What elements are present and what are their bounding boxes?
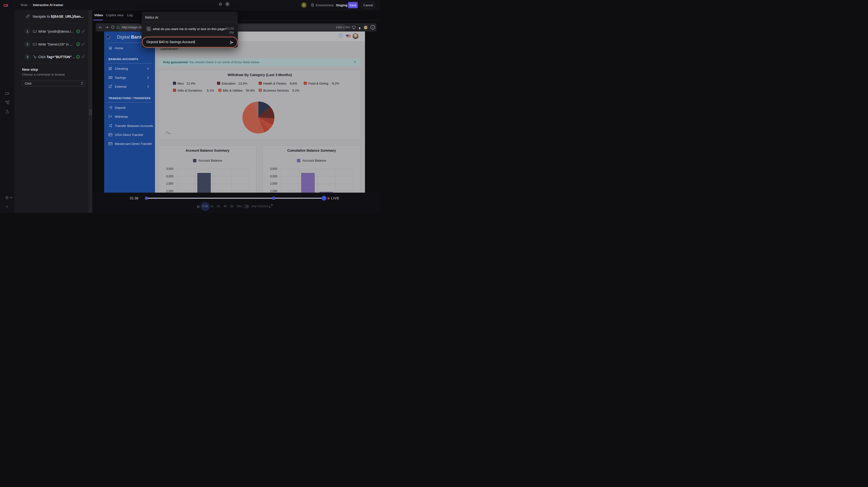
- progress-marker[interactable]: [272, 197, 275, 200]
- tab-log[interactable]: Log: [127, 13, 133, 17]
- settings-gear-icon[interactable]: ⚙: [5, 195, 9, 201]
- step-text: Write "Demo123!" in ...: [38, 42, 72, 46]
- playback-time: 01:38: [130, 196, 138, 200]
- monitor-icon[interactable]: [352, 25, 356, 29]
- select-chevrons-icon: [81, 82, 83, 85]
- bank-section-header: TRANSACTIONS / TRANSFERS: [108, 97, 150, 99]
- flask-icon[interactable]: [5, 109, 9, 114]
- chevron-right-icon: [147, 85, 149, 88]
- keyboard-icon: [33, 29, 37, 33]
- speed-8x[interactable]: 8x: [230, 204, 234, 208]
- check-circle-icon: [76, 29, 80, 33]
- y-tick: 2,500: [263, 182, 277, 185]
- chat-time: 11:00: [224, 27, 234, 30]
- legend-value: 5.1%: [207, 89, 214, 92]
- mouse-pointer-icon: [106, 34, 111, 40]
- play-icon[interactable]: [197, 205, 200, 208]
- help-icon[interactable]: ?: [225, 2, 229, 6]
- pie-chart: [242, 101, 274, 133]
- cancel-button[interactable]: Cancel: [362, 2, 375, 8]
- playhead-handle[interactable]: [321, 196, 327, 201]
- step-row-1[interactable]: 1 Write "jsmith@demo.i...: [15, 27, 88, 36]
- chat-meridiem: PM: [224, 31, 234, 34]
- legend-swatch: [173, 82, 176, 85]
- bank-nav-transfer[interactable]: Transfer Between Accounts: [104, 123, 155, 129]
- video-frame[interactable]: Digital Bank Home BANKING ACCOUNTS Check…: [104, 31, 365, 194]
- tab-copilot-view[interactable]: Copilot view: [106, 13, 124, 17]
- y-tick: 3,000: [159, 175, 174, 178]
- forward-arrow-icon[interactable]: [105, 25, 109, 29]
- alert-close-icon[interactable]: ✕: [354, 60, 356, 64]
- y-tick: 3,500: [159, 167, 174, 171]
- relicx-input[interactable]: Deposit $40 to Savings Account: [142, 37, 238, 48]
- edit-pencil-icon[interactable]: [82, 55, 85, 58]
- legend-label: Gifts & Donations: [178, 89, 202, 92]
- step-row-2[interactable]: 2 Write "Demo123!" in ...: [15, 40, 88, 49]
- pie-chart-card: Withdraw By Category (Last 3 Months) Mis…: [159, 70, 361, 140]
- user-avatar[interactable]: B: [301, 2, 307, 8]
- live-label[interactable]: LIVE: [331, 196, 339, 200]
- bank-nav-savings[interactable]: Savings: [104, 74, 155, 81]
- relicx-input-value: Deposit $40 to Savings Account: [147, 40, 194, 44]
- progress-track[interactable]: [145, 198, 326, 199]
- legend-label: Bills & Utilities: [223, 89, 243, 92]
- bank-nav-deposit[interactable]: Deposit: [104, 104, 155, 111]
- y-tick: 3,500: [263, 167, 277, 171]
- speed-2x[interactable]: 2x: [217, 204, 220, 208]
- step-row-3[interactable]: 3 Click Tag="BUTTON" ...: [15, 53, 88, 61]
- cumulative-balance-card: Cumulative Balance Summary Account Balan…: [262, 145, 361, 194]
- sign-in-icon: [108, 105, 112, 109]
- add-plus-icon[interactable]: +: [6, 204, 8, 209]
- legend-label: Food & Dining: [308, 82, 328, 85]
- send-icon[interactable]: [229, 40, 234, 44]
- speed-1x[interactable]: 1x: [210, 204, 214, 208]
- left-rail: cx ⚙ +: [0, 0, 14, 213]
- edit-pencil-icon[interactable]: [82, 30, 85, 33]
- legend-swatch: [173, 89, 176, 92]
- skip-inactive-toggle[interactable]: [243, 205, 249, 208]
- tab-video[interactable]: Video: [94, 13, 103, 17]
- divider: [21, 23, 85, 23]
- environment-value[interactable]: Staging: [336, 3, 347, 7]
- fullscreen-expand-icon[interactable]: [269, 204, 273, 208]
- breadcrumb-tests[interactable]: Tests: [20, 3, 28, 7]
- bank-nav-mastercard-transfer[interactable]: Mastercard Direct Transfer: [104, 141, 155, 147]
- us-flag-icon[interactable]: [346, 35, 351, 37]
- bug-icon[interactable]: [218, 2, 222, 6]
- divider: [21, 38, 85, 38]
- bank-nav-visa-transfer[interactable]: VISA Direct Transfer: [104, 131, 155, 138]
- sparkline-icon[interactable]: [165, 130, 172, 134]
- chevron-down-icon[interactable]: [10, 197, 12, 199]
- step-number: 1: [25, 28, 31, 34]
- legend-value: 5.2%: [292, 89, 300, 92]
- linux-tux-icon: [358, 26, 361, 29]
- account-balance-card: Account Balance Summary Account Balance …: [159, 145, 256, 194]
- command-select[interactable]: Click: [22, 80, 86, 87]
- reload-icon[interactable]: [111, 25, 115, 29]
- video-camera-icon[interactable]: [5, 91, 9, 96]
- speed-16x[interactable]: 16x: [237, 204, 242, 208]
- test-steps-panel: Navigate to ${BASE_URL}/ban... 1 Write "…: [15, 10, 88, 213]
- bar-plot: [281, 169, 353, 194]
- step-navigate[interactable]: Navigate to ${BASE_URL}/ban...: [15, 13, 88, 20]
- edit-pencil-icon[interactable]: [82, 42, 85, 46]
- skip-inactive-label: skip inactive: [251, 204, 268, 208]
- speed-4x[interactable]: 4x: [223, 204, 227, 208]
- bank-nav-external[interactable]: External: [104, 83, 155, 90]
- progress-marker[interactable]: [145, 197, 148, 200]
- y-tick: 3,000: [263, 175, 277, 178]
- cx-logo[interactable]: cx: [3, 2, 8, 8]
- bank-nav-withdraw[interactable]: Withdraw: [104, 113, 155, 120]
- speed-0.5x[interactable]: 0.5x: [202, 204, 208, 208]
- chat-bot-icon: [146, 26, 151, 31]
- command-select-value: Click: [25, 82, 31, 85]
- flow-tree-icon[interactable]: [5, 100, 9, 105]
- profile-avatar[interactable]: [352, 33, 359, 39]
- back-arrow-icon[interactable]: [99, 25, 102, 29]
- info-icon[interactable]: [370, 25, 375, 30]
- panel-resize-handle[interactable]: [88, 10, 92, 213]
- cursor-click-icon: [33, 55, 37, 59]
- save-button[interactable]: Save: [348, 2, 358, 8]
- bank-nav-checking[interactable]: Checking: [104, 65, 155, 72]
- help-circle-icon[interactable]: ?: [339, 34, 343, 38]
